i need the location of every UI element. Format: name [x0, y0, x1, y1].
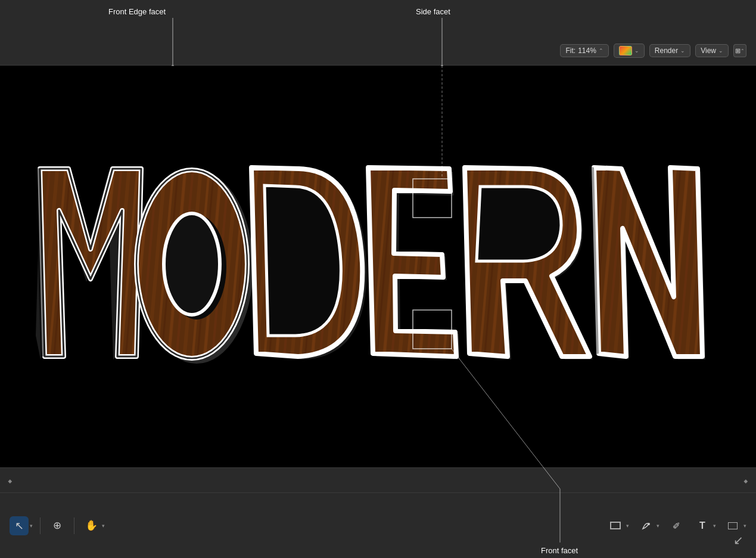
- fit-label: Fit:: [565, 46, 575, 55]
- arrow-tool-btn[interactable]: ↖: [10, 516, 29, 535]
- color-swatch-btn[interactable]: ⌄: [614, 44, 645, 58]
- layout-icon: [728, 522, 738, 529]
- hand-tool-container[interactable]: ✋ ▾: [82, 516, 105, 535]
- svg-point-28: [648, 523, 650, 525]
- color-chevron: ⌄: [634, 48, 639, 54]
- render-btn[interactable]: Render ⌄: [649, 44, 690, 57]
- text-tool-container[interactable]: T ▾: [693, 516, 716, 535]
- orbit-tool-btn[interactable]: ⊕: [48, 516, 67, 535]
- top-toolbar: Fit: 114% ⌃ ⌄ Render ⌄ View ⌄ ⊞ ⌃: [0, 0, 756, 66]
- rect-tool-container[interactable]: ▾: [606, 516, 629, 535]
- color-swatch: [619, 46, 632, 55]
- pen-tool-chevron[interactable]: ▾: [657, 523, 659, 529]
- rect-tool-chevron[interactable]: ▾: [626, 523, 629, 529]
- text-tool-btn[interactable]: T: [693, 516, 712, 535]
- arrow-icon: ↖: [15, 519, 24, 532]
- shape-tool-group: ▾: [606, 516, 629, 535]
- pen-tool-container[interactable]: ▾: [636, 516, 659, 535]
- render-chevron: ⌄: [680, 48, 685, 54]
- canvas-content: [0, 66, 756, 492]
- timeline-left-marker[interactable]: ⬥: [7, 475, 13, 486]
- brush-icon: ✏: [670, 519, 683, 532]
- text-tool-group: T ▾: [693, 516, 716, 535]
- rect-tool-btn[interactable]: [606, 516, 625, 535]
- expand-btn[interactable]: ↙: [730, 532, 746, 548]
- pen-icon: [640, 520, 651, 531]
- rect-icon: [610, 522, 621, 529]
- brush-tool-btn[interactable]: ✏: [667, 516, 686, 535]
- fit-control[interactable]: Fit: 114% ⌃: [560, 44, 608, 57]
- hand-tool-btn[interactable]: ✋: [82, 516, 101, 535]
- bottom-toolbar: ↖ ▾ ⊕ ✋ ▾ ▾: [0, 492, 756, 558]
- select-tool-group: ↖ ▾: [10, 516, 33, 535]
- view-chevron: ⌄: [718, 48, 723, 54]
- hand-tool-group: ✋ ▾: [82, 516, 105, 535]
- toolbar-controls: Fit: 114% ⌃ ⌄ Render ⌄ View ⌄ ⊞ ⌃: [560, 44, 746, 58]
- arrow-tool-chevron[interactable]: ▾: [30, 523, 33, 529]
- layout-tool-chevron[interactable]: ▾: [743, 523, 746, 529]
- orbit-icon: ⊕: [53, 519, 61, 532]
- divider-1: [40, 517, 41, 534]
- timeline-right-marker[interactable]: ⬥: [743, 475, 749, 486]
- window-icon: ⊞: [735, 47, 741, 55]
- modern-3d-text: [0, 66, 756, 492]
- divider-2: [74, 517, 74, 534]
- text-tool-chevron[interactable]: ▾: [713, 523, 716, 529]
- render-label: Render: [655, 46, 678, 55]
- expand-icon: ↙: [733, 533, 743, 547]
- window-chevron: ⌃: [741, 48, 745, 54]
- hand-tool-chevron[interactable]: ▾: [102, 523, 105, 529]
- canvas-area: [0, 66, 756, 492]
- pen-tool-btn[interactable]: [636, 516, 655, 535]
- view-label: View: [701, 46, 716, 55]
- pen-tool-group: ▾: [636, 516, 659, 535]
- window-layout-btn[interactable]: ⊞ ⌃: [733, 44, 746, 57]
- fit-value: 114%: [578, 46, 596, 55]
- fit-chevron: ⌃: [599, 48, 603, 54]
- hand-icon: ✋: [85, 519, 98, 532]
- arrow-tool-container[interactable]: ↖ ▾: [10, 516, 33, 535]
- view-btn[interactable]: View ⌄: [695, 44, 729, 57]
- timeline-bar: ⬥ ⬥: [0, 467, 756, 492]
- text-icon: T: [699, 520, 705, 531]
